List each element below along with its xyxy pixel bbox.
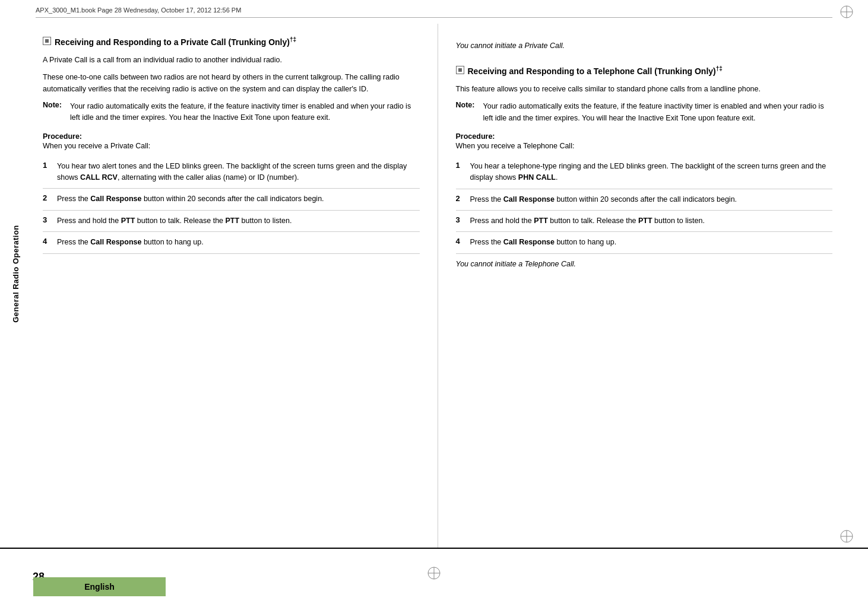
right-italic-bottom: You cannot initiate a Telephone Call.	[456, 260, 833, 268]
left-para-2: These one-to-one calls between two radio…	[43, 72, 420, 95]
left-procedure-intro: When you receive a Private Call:	[43, 142, 420, 150]
right-note-label: Note:	[456, 101, 479, 124]
right-section-title: Receiving and Responding to a Telephone …	[468, 65, 723, 77]
right-intro: This feature allows you to receive calls…	[456, 84, 833, 95]
side-label-text: General Radio Operation	[11, 225, 20, 323]
right-italic-top: You cannot initiate a Private Call.	[456, 42, 833, 50]
left-step-3: 3 Press and hold the PTT button to talk.…	[43, 211, 420, 232]
right-column: You cannot initiate a Private Call. Rece…	[438, 24, 845, 548]
right-step-4: 4 Press the Call Response button to hang…	[456, 232, 833, 253]
right-step-2: 2 Press the Call Response button within …	[456, 189, 833, 211]
right-note-text: Your radio automatically exits the featu…	[483, 101, 833, 124]
reg-mark-bottom-center	[426, 565, 442, 583]
left-step-4: 4 Press the Call Response button to hang…	[43, 232, 420, 253]
left-steps: 1 You hear two alert tones and the LED b…	[43, 156, 420, 254]
right-note: Note: Your radio automatically exits the…	[456, 101, 833, 124]
right-procedure-intro: When you receive a Telephone Call:	[456, 142, 833, 150]
left-para-1: A Private Call is a call from an individ…	[43, 55, 420, 66]
right-section-heading: Receiving and Responding to a Telephone …	[456, 65, 833, 77]
left-procedure-label: Procedure:	[43, 132, 420, 141]
left-note-label: Note:	[43, 101, 65, 124]
right-step-3: 3 Press and hold the PTT button to talk.…	[456, 211, 833, 232]
left-step-1: 1 You hear two alert tones and the LED b…	[43, 156, 420, 189]
heading-icon-left	[43, 37, 51, 45]
reg-mark-top-right	[838, 4, 855, 22]
left-note: Note: Your radio automatically exits the…	[43, 101, 420, 124]
left-section-title: Receiving and Responding to a Private Ca…	[55, 36, 296, 47]
right-steps: 1 You hear a telephone-type ringing and …	[456, 156, 833, 254]
right-step-1: 1 You hear a telephone-type ringing and …	[456, 156, 833, 189]
side-label: General Radio Operation	[0, 0, 31, 548]
left-step-2: 2 Press the Call Response button within …	[43, 189, 420, 210]
bottom-strip: 28 English	[0, 548, 868, 601]
left-note-text: Your radio automatically exits the featu…	[70, 101, 420, 124]
language-badge: English	[33, 577, 166, 596]
top-bar: APX_3000_M1.book Page 28 Wednesday, Octo…	[36, 5, 832, 18]
heading-icon-right	[456, 66, 464, 74]
main-content: Receiving and Responding to a Private Ca…	[31, 24, 844, 548]
top-bar-text: APX_3000_M1.book Page 28 Wednesday, Octo…	[36, 7, 241, 14]
right-procedure-label: Procedure:	[456, 132, 833, 141]
left-section-heading: Receiving and Responding to a Private Ca…	[43, 36, 420, 47]
left-column: Receiving and Responding to a Private Ca…	[31, 24, 438, 548]
language-label: English	[84, 582, 115, 592]
